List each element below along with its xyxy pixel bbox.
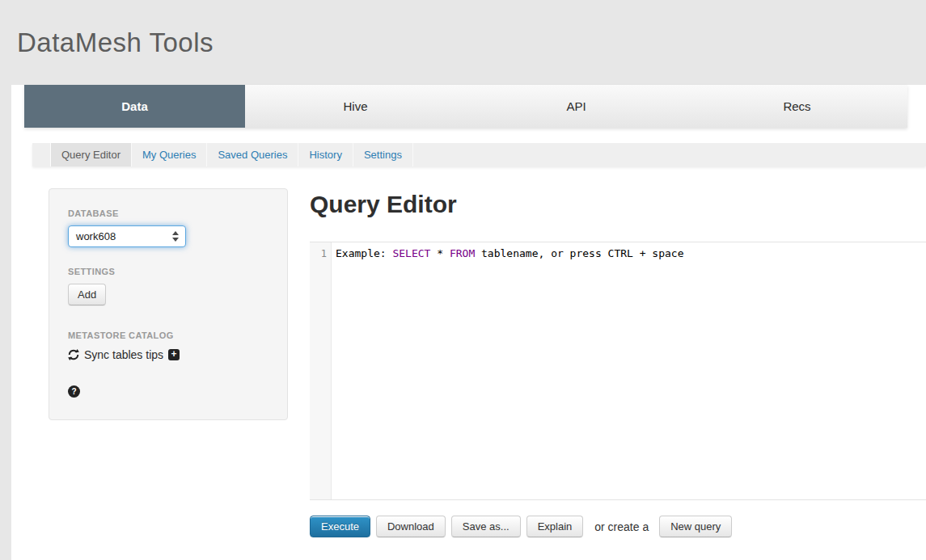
sub-tab-bar: Query Editor My Queries Saved Queries Hi… xyxy=(32,143,926,166)
line-number-gutter: 1 xyxy=(310,242,332,499)
subtab-settings[interactable]: Settings xyxy=(353,143,413,166)
subtab-saved-queries[interactable]: Saved Queries xyxy=(207,143,298,166)
sql-keyword: FROM xyxy=(450,247,475,259)
code-input[interactable]: Example: SELECT * FROM tablename, or pre… xyxy=(332,242,926,499)
explain-button[interactable]: Explain xyxy=(526,516,584,537)
app-title: DataMesh Tools xyxy=(17,27,926,58)
subtab-query-editor[interactable]: Query Editor xyxy=(50,143,132,166)
query-editor-main: Query Editor 1 Example: SELECT * FROM ta… xyxy=(310,190,926,537)
tab-data[interactable]: Data xyxy=(24,85,245,128)
code-editor[interactable]: 1 Example: SELECT * FROM tablename, or p… xyxy=(310,242,926,500)
tab-hive[interactable]: Hive xyxy=(245,85,466,128)
add-setting-button[interactable]: Add xyxy=(68,284,106,305)
line-number: 1 xyxy=(321,248,327,259)
action-bar: Execute Download Save as... Explain or c… xyxy=(310,516,926,537)
app-header: DataMesh Tools xyxy=(0,0,926,73)
sql-keyword: SELECT xyxy=(392,247,430,259)
sync-tables-link[interactable]: Sync tables tips + xyxy=(68,348,269,361)
database-label: DATABASE xyxy=(68,208,269,218)
metastore-catalog-label: METASTORE CATALOG xyxy=(68,331,269,340)
database-select[interactable]: work608 xyxy=(68,225,186,247)
download-button[interactable]: Download xyxy=(376,516,446,537)
code-text: * xyxy=(430,247,449,259)
new-query-button[interactable]: New query xyxy=(659,516,732,537)
refresh-icon xyxy=(68,349,79,360)
select-arrows-icon xyxy=(172,231,179,242)
settings-label: SETTINGS xyxy=(68,267,269,276)
database-select-value: work608 xyxy=(76,230,172,242)
plus-icon[interactable]: + xyxy=(168,349,180,360)
code-text: tablename, or press CTRL + space xyxy=(475,247,683,259)
sync-tables-label: Sync tables tips xyxy=(84,348,163,361)
subtab-history[interactable]: History xyxy=(298,143,353,166)
page-title: Query Editor xyxy=(310,190,926,219)
code-text: Example: xyxy=(336,247,392,259)
execute-button[interactable]: Execute xyxy=(310,516,370,537)
save-as-button[interactable]: Save as... xyxy=(451,516,521,537)
or-create-a-text: or create a xyxy=(594,520,649,533)
tab-api[interactable]: API xyxy=(466,85,687,128)
tab-recs[interactable]: Recs xyxy=(687,85,907,128)
subtab-my-queries[interactable]: My Queries xyxy=(132,143,207,166)
content-panel: Data Hive API Recs Query Editor My Queri… xyxy=(11,85,926,560)
main-tab-bar: Data Hive API Recs xyxy=(24,85,907,128)
help-icon[interactable]: ? xyxy=(68,385,80,398)
sidebar: DATABASE work608 SETTINGS Add METASTORE … xyxy=(49,188,288,420)
